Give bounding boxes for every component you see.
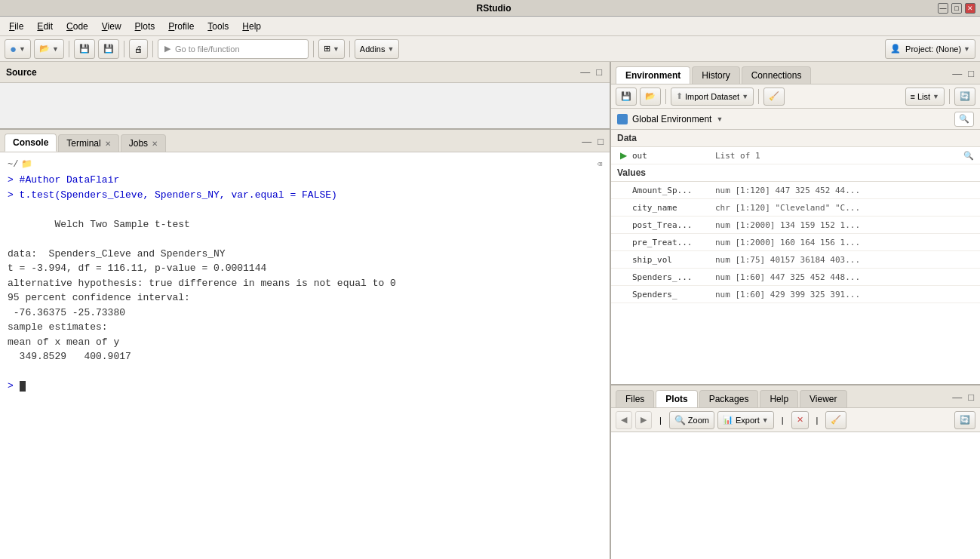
tab-help[interactable]: Help [760, 390, 798, 407]
data-value-out: List of 1 [715, 151, 960, 161]
data-value-amount: num [1:120] 447 325 452 44... [715, 186, 974, 195]
plots-back-button[interactable]: ◀ [616, 411, 632, 429]
source-minimize-icon[interactable]: — [579, 65, 591, 79]
layout-icon: ⊞ [324, 44, 330, 54]
data-name-shipvol: ship_vol [632, 255, 715, 265]
layout-button[interactable]: ⊞ ▼ [318, 39, 345, 59]
tab-terminal-close[interactable]: ✕ [105, 140, 111, 148]
plots-zoom-button[interactable]: 🔍 Zoom [669, 411, 714, 429]
arrow-right-icon: ▶ [164, 44, 171, 54]
data-row-pretreat[interactable]: pre_Treat... num [1:2000] 160 164 156 1.… [611, 234, 980, 251]
env-maximize-icon[interactable]: □ [966, 66, 975, 81]
tab-console[interactable]: Console [5, 134, 57, 152]
console-content[interactable]: ~/ 📁 ⌫ > #Author DataFlair > t.test(Spen… [0, 152, 610, 559]
global-env-dropdown[interactable]: ▼ [716, 115, 723, 123]
save-all-button[interactable]: 💾 [98, 39, 119, 59]
menu-tools[interactable]: Tools [201, 20, 235, 33]
menu-profile[interactable]: Profile [162, 20, 200, 33]
new-file-button[interactable]: ● ▼ [5, 39, 31, 59]
global-env-label[interactable]: Global Environment [632, 114, 711, 124]
data-value-spenders2: num [1:60] 429 399 325 391... [715, 290, 974, 299]
plots-forward-button[interactable]: ▶ [635, 411, 652, 429]
source-section: Source — □ [0, 62, 610, 130]
console-path: ~/ 📁 ⌫ [8, 158, 602, 170]
data-value-pretreat: num [1:2000] 160 164 156 1... [715, 238, 974, 247]
print-button[interactable]: 🖨 [129, 39, 148, 59]
data-row-out[interactable]: ▶ out List of 1 🔍 [611, 147, 980, 164]
tab-environment[interactable]: Environment [616, 66, 690, 84]
toolbar-separator-2 [124, 41, 124, 57]
project-button[interactable]: 👤 Project: (None) ▼ [885, 39, 975, 59]
open-file-button[interactable]: 📂 ▼ [34, 39, 64, 59]
back-icon: ◀ [621, 415, 627, 425]
close-button[interactable]: ✕ [965, 3, 975, 14]
console-tabs: Console Terminal ✕ Jobs ✕ [5, 134, 166, 152]
data-row-cityname[interactable]: city_name chr [1:120] "Cleveland" "C... [611, 199, 980, 217]
console-minimize-icon[interactable]: — [580, 134, 593, 149]
plots-broom-icon: 🧹 [831, 415, 841, 425]
files-tabs: Files Plots Packages Help Viewer [616, 390, 847, 407]
plots-separator-1: | [655, 411, 666, 429]
env-minimize-icon[interactable]: — [951, 66, 963, 81]
menu-plots[interactable]: Plots [129, 20, 161, 33]
tab-history-label: History [702, 70, 730, 81]
data-row-spenders2[interactable]: Spenders_ num [1:60] 429 399 325 391... [611, 286, 980, 303]
console-line-2: > t.test(Spenders_Cleve, Spenders_NY, va… [8, 188, 602, 203]
clear-icon[interactable]: ⌫ [597, 159, 602, 169]
row-icon-cityname [617, 201, 629, 213]
console-prompt-line[interactable]: > [8, 379, 602, 394]
tab-terminal[interactable]: Terminal ✕ [58, 134, 118, 152]
maximize-button[interactable]: □ [951, 3, 962, 14]
plots-separator-2: | [777, 411, 788, 429]
tab-jobs-close[interactable]: ✕ [152, 140, 158, 148]
env-refresh-button[interactable]: 🔄 [954, 88, 975, 106]
tab-packages[interactable]: Packages [699, 390, 759, 407]
menu-edit[interactable]: Edit [31, 20, 59, 33]
plots-broom-button[interactable]: 🧹 [825, 411, 846, 429]
files-maximize-icon[interactable]: □ [966, 390, 975, 404]
console-author-text: #Author DataFlair [20, 174, 120, 186]
right-panel: Environment History Connections — □ 💾 [611, 62, 980, 559]
data-row-spenders1[interactable]: Spenders_... num [1:60] 447 325 452 448.… [611, 269, 980, 286]
env-load-button[interactable]: 📂 [640, 88, 661, 106]
source-maximize-icon[interactable]: □ [594, 65, 604, 79]
cursor [20, 381, 26, 392]
folder-icon: 📁 [21, 158, 32, 170]
menu-code[interactable]: Code [60, 20, 94, 33]
save-button[interactable]: 💾 [74, 39, 95, 59]
import-dataset-button[interactable]: ⬆ Import Dataset ▼ [671, 88, 754, 106]
plots-refresh-button[interactable]: 🔄 [954, 411, 975, 429]
tab-viewer[interactable]: Viewer [800, 390, 846, 407]
data-row-posttreat[interactable]: post_Trea... num [1:2000] 134 159 152 1.… [611, 217, 980, 234]
menu-help[interactable]: Help [236, 20, 267, 33]
files-minimize-icon[interactable]: — [951, 390, 963, 404]
tab-connections[interactable]: Connections [742, 66, 812, 84]
tab-jobs[interactable]: Jobs ✕ [121, 134, 166, 152]
menu-view[interactable]: View [96, 20, 127, 33]
data-row-amount[interactable]: Amount_Sp... num [1:120] 447 325 452 44.… [611, 182, 980, 199]
row-search-icon[interactable]: 🔍 [963, 151, 974, 161]
tab-connections-label: Connections [751, 70, 802, 81]
plots-remove-button[interactable]: ✕ [791, 411, 809, 429]
tab-history[interactable]: History [692, 66, 739, 84]
goto-file-input[interactable]: ▶ Go to file/function [158, 39, 309, 59]
print-icon: 🖨 [134, 45, 143, 54]
env-broom-button[interactable]: 🧹 [763, 88, 785, 106]
list-view-button[interactable]: ≡ List ▼ [905, 88, 945, 106]
menu-file[interactable]: File [3, 20, 29, 33]
minimize-button[interactable]: — [938, 3, 948, 14]
env-section: Environment History Connections — □ 💾 [611, 62, 980, 385]
source-panel-title: Source [6, 67, 37, 78]
broom-icon: 🧹 [769, 91, 779, 101]
env-save-button[interactable]: 💾 [616, 88, 637, 106]
tab-viewer-label: Viewer [809, 394, 837, 404]
toolbar-separator-1 [69, 41, 69, 57]
data-row-shipvol[interactable]: ship_vol num [1:75] 40157 36184 403... [611, 251, 980, 269]
addins-button[interactable]: Addins ▼ [355, 39, 400, 59]
remove-icon: ✕ [797, 415, 803, 425]
console-maximize-icon[interactable]: □ [596, 134, 605, 149]
plots-export-button[interactable]: 📊 Export ▼ [717, 411, 774, 429]
tab-plots[interactable]: Plots [656, 390, 697, 407]
tab-files[interactable]: Files [616, 390, 654, 407]
addins-dropdown-arrow: ▼ [387, 45, 394, 53]
